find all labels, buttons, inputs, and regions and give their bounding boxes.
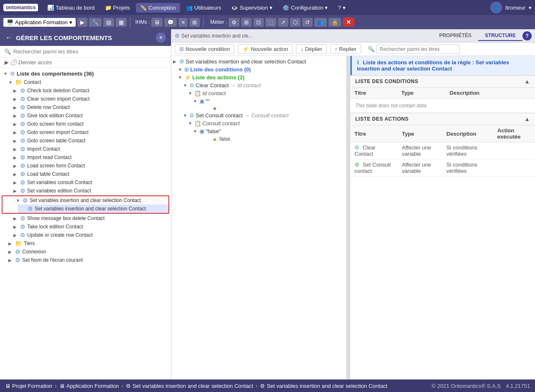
ihm-list-btn[interactable]: ≡ (178, 18, 188, 27)
chevron-icon: ▶ (13, 233, 18, 238)
tree-root[interactable]: ▶ ⚙ Set variables insertion and clear se… (171, 58, 346, 66)
list-item[interactable]: ▶ ⚙ Connexion (5, 248, 171, 256)
actions-section-header[interactable]: LISTE DES ACTIONS ▲ (350, 113, 535, 125)
dashboard-icon: 📊 (47, 5, 54, 11)
help-button[interactable]: ? (522, 31, 532, 40)
list-item[interactable]: ▶ ⚙ Set Nom de l'écran courant (5, 256, 171, 264)
list-item[interactable]: ▶ ⚙ Set variables consult Contact (10, 178, 171, 187)
nav-conception[interactable]: ✏️ Conception (136, 3, 180, 13)
list-item[interactable]: ▶ ⚙ Goto screen table Contact (10, 137, 171, 145)
list-item[interactable]: ▶ ⚙ Take lock edition Contact (10, 223, 171, 231)
set-consult-item[interactable]: ▼ ⚙ Set Consult contact → Consult contac… (181, 111, 346, 119)
ihm-screen-btn[interactable]: 🖥 (151, 18, 163, 27)
folder-tiers[interactable]: ▶ 📁 Tiers (5, 239, 171, 248)
breadcrumb-rule-2[interactable]: ⚙ Set variables insertion and clear sele… (260, 383, 387, 389)
metier-btn7[interactable]: ↺ (302, 18, 313, 27)
list-item[interactable]: ▶ ⚙ Show message box delete Contact (10, 214, 171, 223)
breadcrumb-projet[interactable]: 🖥 Projet Formation (5, 383, 52, 389)
breadcrumb-bar: 🖥 Projet Formation › 🖥 Application Forma… (0, 379, 535, 392)
id-contact-item[interactable]: ▼ 📋 Id contact (186, 89, 346, 97)
consult-contact-item[interactable]: ▼ 📋 Consult contact (186, 119, 346, 127)
conditions-section-header[interactable]: LISTE DES CONDITIONS ▲ (350, 76, 535, 88)
run-button[interactable]: ▶ (77, 18, 87, 27)
metier-btn3[interactable]: ⊡ (253, 18, 264, 27)
conditions-table: Titre Type Description (350, 88, 535, 99)
breadcrumb-gear-2-icon: ⚙ (260, 383, 265, 389)
folder-contact[interactable]: ▼ 📁 Contact (5, 78, 171, 86)
item-label: Clear screen import Contact (27, 96, 89, 102)
conditions-header[interactable]: ▼ ⊞ Liste des conditions (0) (176, 66, 346, 73)
list-item[interactable]: ▶ ⚙ Give lock edition Contact (10, 111, 171, 120)
tab-properties[interactable]: PROPRIÉTÉS (433, 31, 478, 41)
breadcrumb-app-label: Application Formation (66, 383, 119, 389)
nav-users[interactable]: 👥 Utilisateurs (182, 3, 225, 13)
actions-header[interactable]: ▼ ⚡ Liste des actions (2) (176, 73, 346, 81)
item-label: Goto screen form contact (27, 121, 84, 127)
new-condition-button[interactable]: ⊞ Nouvelle condition (175, 44, 234, 54)
add-behavior-button[interactable]: + (156, 33, 166, 43)
panel-divider[interactable] (347, 56, 350, 379)
grid-button[interactable]: ▦ (116, 18, 127, 27)
list-item[interactable]: ▶ ⚙ Goto screen import Contact (10, 128, 171, 137)
sidebar-recent[interactable]: ▶ 🕐 Dernier accès (0, 58, 171, 68)
list-item[interactable]: ▶ ⚙ Load screen form Contact (10, 162, 171, 170)
nav-supervision[interactable]: 👁️ Supervision ▾ (227, 3, 277, 13)
unfold-button[interactable]: ↓ Déplier (296, 44, 327, 54)
close-button[interactable]: ✕ (343, 18, 354, 27)
metier-btn4[interactable]: ⬚ (265, 18, 276, 27)
nav-projects[interactable]: 📁 Projets (101, 3, 134, 13)
breadcrumb-rule-1[interactable]: ⚙ Set variables insertion and clear sele… (126, 383, 253, 389)
back-button[interactable]: ← (5, 33, 13, 42)
middle-content: ▶ ⚙ Set variables insertion and clear se… (171, 56, 535, 379)
grid-list-button[interactable]: ▤ (103, 18, 114, 27)
list-item[interactable]: ▶ ⚙ Set variables edition Contact (10, 187, 171, 195)
item-label: Connexion (22, 249, 46, 255)
nav-dashboard[interactable]: 📊 Tableau de bord (43, 3, 99, 13)
gear-icon: ⚙ (20, 154, 25, 161)
nav-configuration[interactable]: ⚙️ Configuration ▾ (278, 3, 332, 13)
config-icon: ⚙️ (283, 5, 289, 11)
metier-btn6[interactable]: ⬡ (290, 18, 301, 27)
chevron-icon: ▶ (13, 130, 18, 135)
empty-value-item[interactable]: ▼ ▣ "" (191, 97, 346, 105)
tab-structure[interactable]: STRUCTURE (478, 31, 522, 41)
list-item[interactable]: ▶ ⚙ Update or create row Contact (10, 231, 171, 239)
list-item[interactable]: ▶ ⚙ Check lock deletion Contact (10, 86, 171, 95)
selected-parent-item[interactable]: ▼ ⚙ Set variables insertion and clear se… (13, 196, 168, 205)
ihm-flow-btn[interactable]: ⊞ (189, 18, 200, 27)
app-selector[interactable]: 🖥️ Application Formation ▾ (3, 18, 76, 27)
action-row-1[interactable]: ⚙ Clear Contact Affecter une variable Si… (350, 142, 535, 159)
metier-btn1[interactable]: ⚙ (229, 18, 239, 27)
gear-icon: ⚙ (20, 96, 25, 102)
sidebar-search-input[interactable] (13, 48, 167, 55)
sidebar-header: ← GÉRER LES COMPORTEMENTS + (0, 29, 171, 46)
list-item[interactable]: ▶ ⚙ Import Contact (10, 145, 171, 153)
list-item[interactable]: ▶ ⚙ Clear screen import Contact (10, 95, 171, 103)
actions-chevron-icon: ▼ (178, 75, 183, 80)
metier-btn2[interactable]: ⊞ (241, 18, 252, 27)
metier-btn8[interactable]: 👥 (314, 18, 327, 27)
gear-icon: ⚙ (20, 137, 25, 144)
tools-button[interactable]: 🔧 (89, 18, 102, 27)
list-item[interactable]: ▶ ⚙ Import read Contact (10, 153, 171, 162)
list-item[interactable]: ▶ ⚙ Goto screen form contact (10, 120, 171, 128)
list-item[interactable]: ▶ ⚙ Delete row Contact (10, 103, 171, 111)
gear-icon: ⚙ (20, 129, 25, 136)
behaviors-section-header[interactable]: ▼ ⚙ Liste des comportements (36) (0, 69, 171, 78)
list-item[interactable]: ▶ ⚙ Load table Contact (10, 170, 171, 178)
false-value-item[interactable]: ▼ ▣ "false" (191, 127, 346, 135)
new-action-button[interactable]: ⚡ Nouvelle action (238, 44, 293, 54)
ihm-msg-btn[interactable]: 💬 (164, 18, 177, 27)
metier-btn5[interactable]: ↗ (278, 18, 288, 27)
action-row-2[interactable]: ⚙ Set Consult contact Affecter une varia… (350, 159, 535, 177)
breadcrumb-app[interactable]: 🖥 Application Formation (59, 383, 119, 389)
gear-icon: ⚙ (20, 223, 25, 230)
fold-button[interactable]: ↑ Replier (330, 44, 361, 54)
actions-table: Titre Type Description Action exécutée ⚙… (350, 125, 535, 177)
clear-contact-item[interactable]: ▼ ⚙ Clear Contact → Id contact (181, 81, 346, 89)
metier-btn9[interactable]: 🔒 (329, 18, 341, 27)
content-search-input[interactable] (376, 45, 460, 54)
nav-help[interactable]: ? ▾ (334, 3, 349, 13)
selected-child-item[interactable]: ⚙ Set variables insertion and clear sele… (18, 205, 168, 213)
gear-icon: ⚙ (20, 162, 25, 169)
